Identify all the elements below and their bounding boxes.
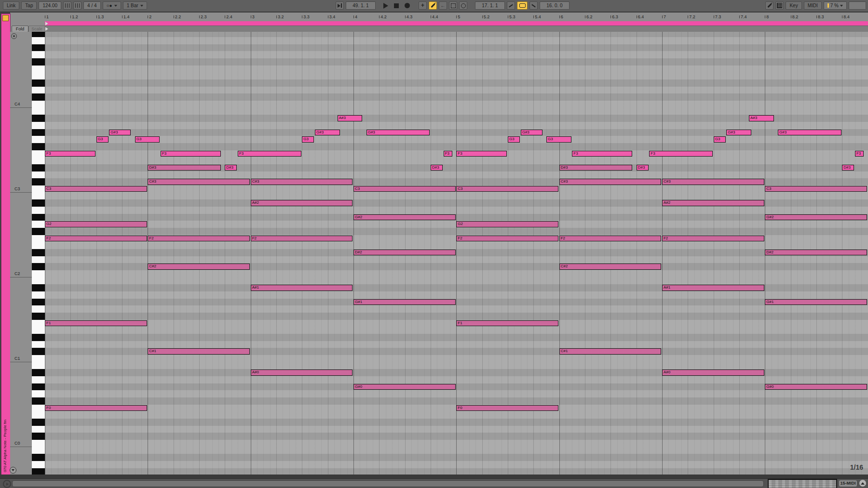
piano-key-B2[interactable] bbox=[32, 193, 45, 200]
clip-color-swatch[interactable] bbox=[2, 15, 9, 21]
midi-note-F2[interactable]: F2 bbox=[662, 236, 764, 242]
cpu-meter[interactable]: 7 % bbox=[824, 1, 847, 10]
midi-note-C#3[interactable]: C#3 bbox=[559, 179, 662, 185]
piano-key-A2[interactable] bbox=[32, 207, 45, 214]
piano-key-B1[interactable] bbox=[32, 277, 45, 285]
groove-menu[interactable]: ○● bbox=[103, 1, 121, 10]
piano-key-F#4[interactable] bbox=[32, 58, 45, 66]
punch-out-button[interactable] bbox=[529, 1, 538, 10]
loop-region-bar[interactable] bbox=[45, 21, 868, 26]
piano-key-G#-1[interactable] bbox=[32, 468, 45, 475]
piano-key-A#4[interactable] bbox=[32, 32, 45, 37]
midi-note-C#1[interactable]: C#1 bbox=[559, 348, 662, 355]
midi-note-G#3[interactable]: G#3 bbox=[778, 130, 841, 136]
piano-key-G#3[interactable] bbox=[32, 129, 45, 136]
midi-note-D#3[interactable]: D#3 bbox=[431, 165, 443, 171]
piano-key-A#-1[interactable] bbox=[32, 454, 45, 461]
midi-note-G3[interactable]: G3 bbox=[714, 136, 726, 143]
midi-note-D#3[interactable]: D#3 bbox=[225, 165, 237, 171]
midi-note-C3[interactable]: C3 bbox=[353, 186, 456, 192]
midi-note-A#2[interactable]: A#2 bbox=[662, 200, 764, 206]
piano-key-F1[interactable] bbox=[32, 320, 45, 327]
midi-note-A#0[interactable]: A#0 bbox=[662, 369, 764, 376]
piano-key-G#4[interactable] bbox=[32, 44, 45, 52]
piano-key-D#1[interactable] bbox=[32, 334, 45, 341]
midi-note-D#3[interactable]: D#3 bbox=[148, 165, 221, 171]
nudge-up-button[interactable] bbox=[73, 1, 81, 10]
midi-note-G3[interactable]: G3 bbox=[508, 136, 520, 143]
midi-note-C#3[interactable]: C#3 bbox=[148, 179, 250, 185]
quantize-menu[interactable]: 1 Bar bbox=[123, 1, 147, 10]
midi-note-A#1[interactable]: A#1 bbox=[251, 285, 353, 291]
piano-key-G0[interactable] bbox=[32, 390, 45, 397]
automation-arm-button[interactable] bbox=[459, 1, 467, 10]
piano-key-E3[interactable] bbox=[32, 157, 45, 164]
midi-note-F2[interactable]: F2 bbox=[559, 236, 662, 242]
midi-note-F2[interactable]: F2 bbox=[148, 236, 250, 242]
midi-note-G#3[interactable]: G#3 bbox=[366, 130, 430, 136]
midi-note-G#2[interactable]: G#2 bbox=[353, 214, 456, 221]
piano-key-C#3[interactable] bbox=[32, 178, 45, 185]
midi-note-A#2[interactable]: A#2 bbox=[251, 200, 353, 206]
midi-note-C#3[interactable]: C#3 bbox=[662, 179, 764, 185]
note-grid[interactable]: F3G3G#3G3F3F3G3G#3A#3G#3D#3F3F3G3G#3G3F3… bbox=[45, 32, 868, 475]
midi-note-C#2[interactable]: C#2 bbox=[559, 264, 662, 270]
midi-note-F3[interactable]: F3 bbox=[238, 151, 301, 157]
midi-note-F3[interactable]: F3 bbox=[45, 151, 95, 157]
scale-button[interactable]: Scale bbox=[28, 26, 45, 32]
clip-color-strip[interactable]: 070 AT Alpha Note - People fm bbox=[1, 13, 11, 475]
piano-key-D2[interactable] bbox=[32, 256, 45, 264]
piano-key-A3[interactable] bbox=[32, 122, 45, 129]
midi-note-F3[interactable]: F3 bbox=[161, 151, 221, 157]
midi-note-F3[interactable]: F3 bbox=[444, 151, 452, 157]
piano-key-C#0[interactable] bbox=[32, 433, 45, 440]
midi-note-F2[interactable]: F2 bbox=[251, 236, 353, 242]
draw-mode-toggle[interactable] bbox=[765, 1, 773, 10]
computer-midi-keyboard-button[interactable] bbox=[775, 1, 784, 10]
piano-key-E2[interactable] bbox=[32, 242, 45, 249]
piano-key-A#2[interactable] bbox=[32, 199, 45, 207]
midi-note-A#0[interactable]: A#0 bbox=[251, 369, 353, 376]
piano-key-A1[interactable] bbox=[32, 291, 45, 299]
draw-mode-button[interactable] bbox=[429, 1, 437, 10]
midi-note-A#3[interactable]: A#3 bbox=[749, 115, 774, 121]
piano-key-E0[interactable] bbox=[32, 411, 45, 419]
piano-key-F3[interactable] bbox=[32, 150, 45, 158]
loop-length-field[interactable]: 16. 0. 0 bbox=[540, 1, 570, 10]
piano-key-E4[interactable] bbox=[32, 72, 45, 79]
preview-headphone-icon[interactable] bbox=[11, 33, 17, 39]
midi-note-F1[interactable]: F1 bbox=[45, 320, 147, 327]
midi-map-button[interactable]: MIDI bbox=[804, 1, 822, 10]
midi-note-F3[interactable]: F3 bbox=[572, 151, 632, 157]
start-marker-icon[interactable] bbox=[45, 27, 48, 31]
loop-start-marker-icon[interactable] bbox=[45, 22, 48, 26]
tap-tempo-button[interactable]: Tap bbox=[21, 1, 37, 10]
midi-note-F3[interactable]: F3 bbox=[456, 151, 507, 157]
midi-note-C#1[interactable]: C#1 bbox=[148, 348, 250, 355]
midi-note-G3[interactable]: G3 bbox=[96, 136, 108, 143]
stop-button[interactable] bbox=[394, 3, 399, 8]
midi-note-G#3[interactable]: G#3 bbox=[521, 130, 542, 136]
piano-key-C#2[interactable] bbox=[32, 263, 45, 270]
piano-key-B3[interactable] bbox=[32, 108, 45, 115]
midi-note-D#2[interactable]: D#2 bbox=[353, 250, 456, 256]
piano-key-G#0[interactable] bbox=[32, 383, 45, 391]
piano-key-D#4[interactable] bbox=[32, 79, 45, 87]
piano-key-D1[interactable] bbox=[32, 341, 45, 348]
piano-key-F4[interactable] bbox=[32, 66, 45, 73]
arrangement-position-field[interactable]: 49. 1. 1 bbox=[346, 1, 376, 10]
overdub-button[interactable]: + bbox=[419, 1, 427, 10]
piano-key-F#2[interactable] bbox=[32, 228, 45, 235]
midi-note-G#0[interactable]: G#0 bbox=[765, 384, 867, 390]
piano-key-A0[interactable] bbox=[32, 376, 45, 383]
piano-keyboard[interactable] bbox=[32, 32, 45, 475]
piano-key-F#0[interactable] bbox=[32, 397, 45, 405]
record-button[interactable] bbox=[405, 3, 410, 8]
piano-key-A4[interactable] bbox=[32, 37, 45, 44]
midi-note-G3[interactable]: G3 bbox=[135, 136, 160, 143]
midi-note-A#1[interactable]: A#1 bbox=[662, 285, 764, 291]
clip-preview-button[interactable] bbox=[3, 480, 11, 488]
piano-key-C1[interactable] bbox=[32, 355, 45, 362]
midi-note-A#3[interactable]: A#3 bbox=[338, 115, 363, 121]
midi-note-D#2[interactable]: D#2 bbox=[765, 250, 867, 256]
